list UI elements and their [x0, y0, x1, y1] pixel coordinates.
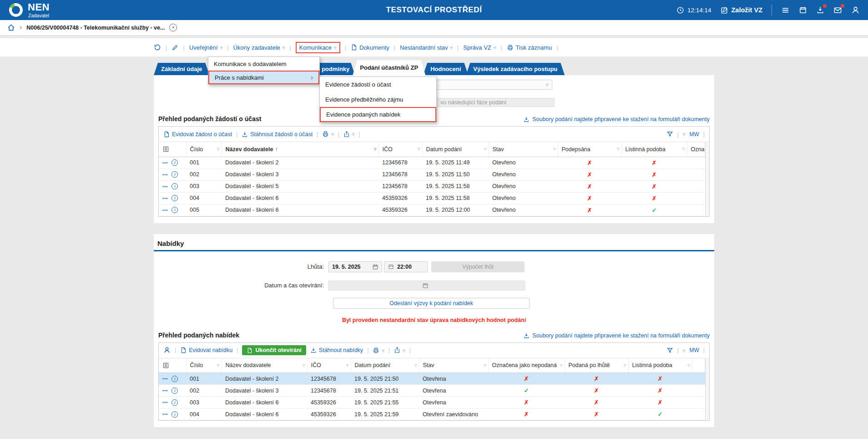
menu-komunikace[interactable]: Komunikace ▽ — [296, 42, 340, 53]
tab-zakladni-udaje[interactable]: Základní údaje — [154, 63, 209, 75]
menu-item-evidence-zadosti[interactable]: Evidence žádostí o účast — [320, 77, 436, 92]
filter-caret-icon[interactable]: ▽ — [217, 364, 219, 368]
info-icon[interactable]: i — [172, 399, 178, 406]
tab-vysledek[interactable]: Výsledek zadávacího postupu — [466, 63, 565, 75]
column-header-ico[interactable]: IČO▽ — [378, 142, 422, 157]
export-button[interactable]: ▽ — [343, 131, 354, 138]
table-row[interactable]: •••i 002 Dodavatel - školení 3 12345678 … — [159, 168, 705, 180]
info-icon[interactable]: i — [172, 411, 178, 418]
filter-icon[interactable] — [666, 347, 673, 354]
tab-podani-ucastniku[interactable]: Podání účastníků ZP — [353, 60, 425, 75]
row-menu-icon[interactable]: ••• — [162, 208, 168, 212]
vertical-scrollbar[interactable] — [705, 143, 709, 216]
column-settings-header[interactable] — [159, 142, 186, 157]
tab-hodnoceni[interactable]: Hodnocení — [423, 63, 468, 75]
mw-label[interactable]: MW — [689, 347, 699, 353]
row-menu-icon[interactable]: ••• — [162, 377, 168, 381]
table-row[interactable]: •••i 001 Dodavatel - školení 2 12345678 … — [159, 373, 705, 385]
create-vz-button[interactable]: Založit VZ — [721, 6, 762, 14]
column-header-oznacena[interactable]: Označena jako nepodaná▽ — [488, 358, 565, 373]
column-header-cislo[interactable]: Číslo▽ — [186, 358, 222, 373]
user-button[interactable] — [851, 6, 860, 15]
info-icon[interactable]: i — [172, 195, 178, 201]
column-header-datum[interactable]: Datum podání▽ — [351, 358, 419, 373]
agent-icon[interactable] — [163, 347, 171, 354]
filter-caret-icon[interactable]: ▽ — [418, 148, 420, 151]
row-menu-icon[interactable]: ••• — [162, 412, 168, 417]
stahnout-zadosti-button[interactable]: Stáhnout žádosti o účast — [242, 131, 313, 138]
filter-caret-icon[interactable]: ▽ — [484, 364, 486, 368]
ukoncit-oteviranie-button[interactable]: Ukončit otevírání — [242, 345, 306, 355]
info-icon[interactable]: i — [172, 183, 178, 189]
menu-nestandardni-stav[interactable]: Nestandardní stav ▽ — [400, 44, 453, 51]
table-row[interactable]: •••i 004 Dodavatel - školení 6 45359326 … — [159, 408, 705, 420]
filter-caret-icon[interactable]: ▽ — [687, 364, 690, 368]
column-header-cislo[interactable]: Číslo▽ — [186, 142, 222, 157]
menu-ukony-zadavatele[interactable]: Úkony zadavatele ▽ — [233, 44, 285, 51]
info-icon[interactable]: i — [172, 376, 178, 382]
column-header-podepsana[interactable]: Podepsána▽ — [558, 142, 621, 157]
column-header-ico[interactable]: IČO▽ — [307, 358, 351, 373]
history-icon[interactable] — [154, 44, 161, 51]
info-icon[interactable]: i — [172, 159, 178, 166]
breadcrumb-item[interactable]: N006/25/V00004748 - Telekomunikační služ… — [26, 25, 165, 31]
home-icon[interactable] — [7, 24, 15, 31]
column-header-stav[interactable]: Stav▽ — [489, 142, 558, 157]
column-settings-header[interactable] — [159, 358, 186, 373]
close-icon[interactable]: × — [169, 24, 177, 31]
lhuta-date-input[interactable]: 19. 5. 2025 — [328, 261, 382, 272]
filter-icon[interactable] — [666, 131, 673, 138]
table-row[interactable]: •••i 002 Dodavatel - školení 3 12345678 … — [159, 385, 705, 397]
filter-caret-icon[interactable]: ▽ — [374, 148, 376, 151]
filter-caret-icon[interactable]: ▽ — [624, 364, 626, 368]
evidovat-zadost-button[interactable]: Evidovat žádost o účast — [163, 131, 232, 138]
menu-tisk-zaznamu[interactable]: Tisk záznamu — [507, 44, 552, 51]
table-row[interactable]: •••i 004 Dodavatel - školení 6 45359326 … — [159, 192, 705, 204]
filter-caret-icon[interactable]: ▽ — [303, 364, 305, 368]
row-menu-icon[interactable]: ••• — [162, 172, 168, 177]
table-row[interactable]: •••i 005 Dodavatel - školení 6 45359326 … — [159, 204, 705, 216]
column-header-nazev[interactable]: Název dodavatele▽ — [222, 358, 307, 373]
files-download-link[interactable]: Soubory podání najdete připravené ke sta… — [523, 332, 710, 339]
table-row[interactable]: •••i 001 Dodavatel - školení 2 12345678 … — [159, 157, 705, 168]
filter-caret-icon[interactable]: ▽ — [682, 148, 685, 151]
mw-label[interactable]: MW — [689, 131, 699, 138]
info-icon[interactable]: i — [172, 171, 178, 178]
filter-caret-icon[interactable]: ▽ — [346, 364, 348, 368]
filter-caret-icon[interactable]: ▽ — [617, 148, 619, 151]
menu-button[interactable] — [781, 6, 790, 15]
menu-item-prace-s-nabidkami[interactable]: Práce s nabídkami › — [208, 71, 319, 84]
table-row[interactable]: •••i 003 Dodavatel - školení 6 45359326 … — [159, 397, 705, 408]
menu-item-evidence-predbezneho-zajmu[interactable]: Evidence předběžného zájmu — [320, 92, 436, 107]
messages-button[interactable] — [833, 6, 842, 15]
print-button[interactable]: ▽ — [373, 347, 384, 354]
column-header-stav[interactable]: Stav▽ — [419, 358, 488, 373]
row-menu-icon[interactable]: ••• — [162, 196, 168, 200]
column-header-podana-po-lhute[interactable]: Podaná po lhůtě▽ — [565, 358, 628, 373]
info-icon[interactable]: i — [172, 207, 178, 213]
stahnout-nabidky-button[interactable]: Stáhnout nabídky — [310, 347, 363, 353]
app-logo[interactable]: NEN Zadavatel — [8, 2, 50, 18]
chevron-down-icon[interactable]: ▽ — [683, 349, 685, 352]
menu-sprava-vz[interactable]: Správa VZ ▽ — [463, 44, 496, 51]
column-header-oznacena[interactable]: Označena jako nepodaná — [687, 142, 705, 157]
edit-pencil-icon[interactable] — [172, 44, 178, 51]
odeslani-vyzvy-button[interactable]: Odeslání výzvy k podání nabídek — [333, 298, 530, 309]
column-header-nazev[interactable]: Název dodavatele↑▽ — [222, 142, 378, 157]
column-header-listinna[interactable]: Listinná podoba▽ — [628, 358, 692, 373]
column-header-datum[interactable]: Datum podání▽ — [422, 142, 489, 157]
print-button[interactable]: ▽ — [322, 131, 333, 138]
row-menu-icon[interactable]: ••• — [162, 160, 168, 165]
calendar-button[interactable] — [799, 6, 807, 14]
filter-caret-icon[interactable]: ▽ — [484, 148, 486, 151]
column-header-listinna[interactable]: Listinná podoba▽ — [621, 142, 687, 157]
menu-item-komunikace-s-dodavatelem[interactable]: Komunikace s dodavatelem — [208, 57, 319, 71]
menu-item-evidence-podanych-nabidek[interactable]: Evidence podaných nabídek — [320, 107, 436, 122]
files-download-link[interactable]: Soubory podání najdete připravené ke sta… — [523, 116, 710, 123]
row-menu-icon[interactable]: ••• — [162, 388, 168, 393]
evidovat-nabidku-button[interactable]: Evidovat nabídku — [180, 347, 232, 353]
vertical-scrollbar[interactable] — [705, 359, 709, 421]
downloads-button[interactable] — [816, 6, 824, 14]
table-row[interactable]: •••i 003 Dodavatel - školení 5 12345678 … — [159, 180, 705, 192]
export-button[interactable]: ▽ — [394, 347, 405, 353]
